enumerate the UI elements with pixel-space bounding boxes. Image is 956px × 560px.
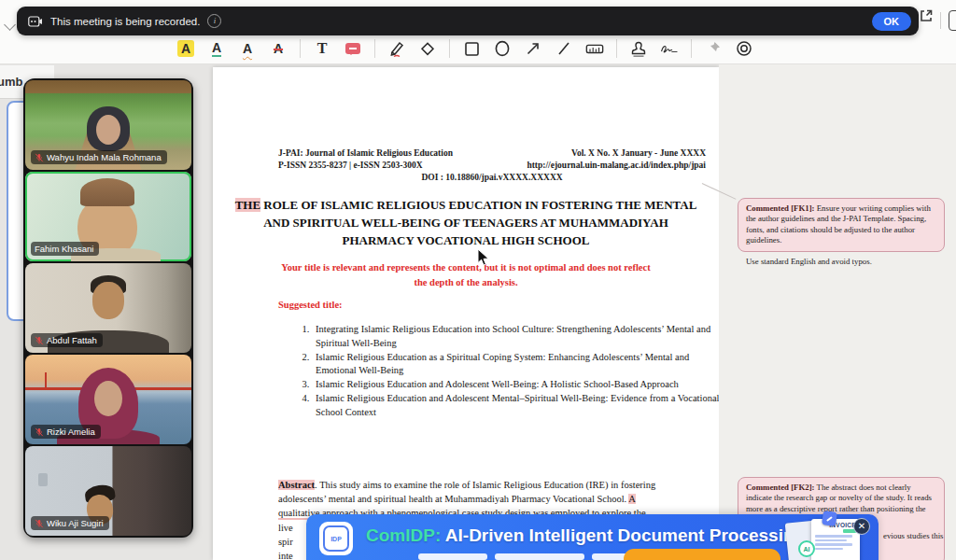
recording-notification-bar: This meeting is being recorded. i OK <box>17 7 919 35</box>
link-badge-icon <box>822 511 837 526</box>
arrow-icon <box>525 40 541 57</box>
annotation-toolbar: A A A A T <box>0 34 943 63</box>
draw-pencil-button[interactable] <box>387 38 406 59</box>
suggested-title-item: Islamic Religious Education and Adolesce… <box>312 378 721 392</box>
pop-out-window-icon[interactable] <box>919 8 934 27</box>
participant-tile-abdul[interactable]: Abdul Fattah <box>25 263 191 353</box>
stamp-button[interactable] <box>629 38 648 59</box>
banner-close-button[interactable]: ✕ <box>853 518 870 535</box>
suggested-title-label: Suggested title: <box>278 300 343 310</box>
meeting-screenshare-view: A A A A T <box>0 0 956 560</box>
banner-cta-button[interactable] <box>624 549 780 560</box>
line-button[interactable] <box>555 38 573 59</box>
squiggly-tool-button[interactable]: A <box>238 38 257 59</box>
muted-mic-icon <box>35 336 44 345</box>
pin-icon <box>705 40 722 57</box>
abstract-comment-highlight: A <box>628 494 636 504</box>
stamp-icon <box>630 40 647 58</box>
suggested-title-list: Integrating Islamic Religious Education … <box>295 323 721 420</box>
eraser-icon <box>419 40 436 57</box>
title-comment-highlight: THE <box>235 198 260 212</box>
underline-tool-button[interactable]: A <box>207 38 226 59</box>
journal-name: J-PAI: Journal of Islamic Religious Educ… <box>278 147 453 160</box>
highlight-tool-button[interactable]: A <box>176 38 195 59</box>
signature-button[interactable] <box>660 38 679 59</box>
document-page: J-PAI: Journal of Islamic Religious Educ… <box>213 67 719 560</box>
toolbar-divider <box>374 39 375 58</box>
ruler-icon <box>585 40 604 57</box>
recording-message: This meeting is being recorded. <box>50 16 200 27</box>
recording-camera-icon <box>28 16 43 27</box>
participant-name: Abdul Fattah <box>47 335 97 345</box>
background-text-fragment: umb <box>0 75 22 89</box>
name-tag: Wiku Aji Sugiri <box>31 516 109 530</box>
eraser-button[interactable] <box>418 38 437 59</box>
muted-mic-icon <box>35 519 44 528</box>
eye-icon <box>735 40 753 57</box>
participant-face <box>96 115 120 145</box>
banner-headline: ComIDP: AI-Driven Intelligent Document P… <box>366 525 805 546</box>
abstract-label-highlight: Abstract <box>278 480 315 490</box>
strikethrough-tool-button[interactable]: A <box>269 38 288 59</box>
banner-brand: ComIDP: <box>366 525 441 545</box>
top-right-partial-button[interactable] <box>949 10 956 31</box>
journal-url: http://ejournal.uin-malang.ac.id/index.p… <box>527 160 706 172</box>
participant-cap <box>80 178 134 206</box>
line-icon <box>555 40 572 57</box>
participant-name: Wahyu Indah Mala Rohmana <box>47 152 162 162</box>
comment-fk2-label: Commented [FK2]: <box>746 483 815 492</box>
muted-mic-icon <box>35 153 44 162</box>
comment-note-button[interactable] <box>344 38 362 59</box>
ai-badge: AI <box>798 540 815 557</box>
preview-eye-button[interactable] <box>735 38 753 59</box>
toolbar-divider <box>300 39 301 58</box>
underline-icon: A <box>212 41 221 57</box>
signature-icon <box>660 40 679 57</box>
participant-tile-fahim[interactable]: Fahim Khasani <box>25 172 191 261</box>
room-background <box>38 473 48 486</box>
squiggly-underline-icon: A <box>243 42 252 55</box>
suggested-title-item: Islamic Religious Education as a Spiritu… <box>312 351 721 378</box>
name-tag: Abdul Fattah <box>31 333 103 347</box>
suggested-title-item: Integrating Islamic Religious Education … <box>312 323 721 350</box>
text-tool-button[interactable]: T <box>313 38 331 59</box>
suggested-title-item: Islamic Religious Education and Adolesce… <box>312 392 721 419</box>
participant-tile-wiku[interactable]: Wiku Aji Sugiri <box>25 446 191 536</box>
pin-button[interactable] <box>704 38 723 59</box>
participant-name: Rizki Amelia <box>47 427 95 437</box>
note-bubble-icon <box>345 43 360 54</box>
comment-fk2-fragment: evious studies this <box>883 531 944 541</box>
name-tag: Wahyu Indah Mala Rohmana <box>31 150 167 164</box>
ruler-button[interactable] <box>585 38 604 59</box>
ellipse-icon <box>494 40 511 57</box>
participant-face <box>94 381 122 416</box>
top-divider <box>940 12 941 29</box>
name-tag: Rizki Amelia <box>31 425 101 439</box>
strikethrough-icon: A <box>274 42 283 55</box>
journal-header: J-PAI: Journal of Islamic Religious Educ… <box>278 147 706 184</box>
arrow-button[interactable] <box>524 38 542 59</box>
participant-name: Fahim Khasani <box>35 244 93 254</box>
comment-fk1-paragraph2: Use standard English and avoid typos. <box>746 257 936 267</box>
rectangle-icon <box>464 41 480 57</box>
ok-button[interactable]: OK <box>872 12 912 31</box>
reviewer-note: Your title is relevant and represents th… <box>232 260 700 290</box>
info-icon[interactable]: i <box>207 14 221 28</box>
journal-volume: Vol. X No. X January - June XXXX <box>571 147 706 160</box>
name-tag: Fahim Khasani <box>31 242 99 256</box>
ellipse-button[interactable] <box>493 38 512 59</box>
highlight-icon: A <box>177 40 194 57</box>
participant-face <box>92 282 124 319</box>
participant-tile-wahyu[interactable]: Wahyu Indah Mala Rohmana <box>25 80 191 170</box>
comment-fk1-label: Commented [FK1]: <box>746 203 815 213</box>
rectangle-button[interactable] <box>462 38 481 59</box>
comment-fk1[interactable]: Commented [FK1]: Ensure your writing com… <box>738 198 945 252</box>
toolbar-divider <box>691 39 692 58</box>
participant-tile-rizki[interactable]: Rizki Amelia <box>25 355 191 444</box>
text-icon: T <box>317 40 328 57</box>
promo-banner[interactable]: IDP ComIDP: AI-Driven Intelligent Docume… <box>306 514 879 560</box>
participant-video-panel[interactable]: Wahyu Indah Mala Rohmana Fahim Khasani A… <box>23 78 193 538</box>
participant-name: Wiku Aji Sugiri <box>47 518 104 528</box>
journal-doi: DOI : 10.18860/jpai.vXXXX.XXXXX <box>278 172 706 184</box>
toolbar-divider <box>616 39 617 58</box>
